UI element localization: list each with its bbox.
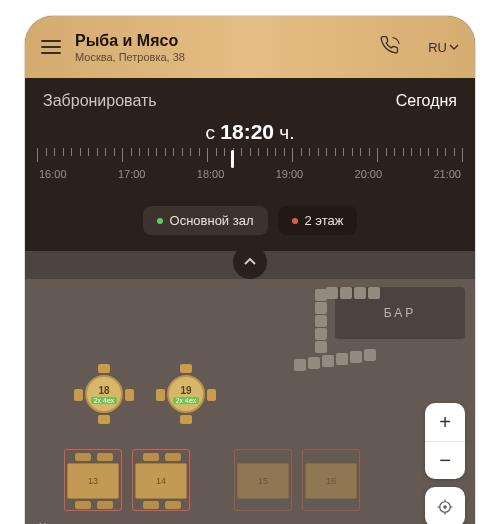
zone-label: Основной зал xyxy=(170,213,254,228)
svg-point-1 xyxy=(444,506,446,508)
recenter-button[interactable] xyxy=(425,487,465,524)
chevron-up-icon xyxy=(242,254,258,270)
day-selector[interactable]: Сегодня xyxy=(396,92,457,110)
chevron-down-icon xyxy=(449,42,459,52)
floor-plan[interactable]: БАР 182x 4ex 192x 4ex 13 14 15 16 Хостес xyxy=(25,279,475,524)
bar-seat xyxy=(368,287,380,299)
table-14[interactable]: 14 xyxy=(135,463,187,499)
zoom-controls: + − xyxy=(425,403,465,524)
language-code: RU xyxy=(428,40,447,55)
zone-tabs: Основной зал 2 этаж xyxy=(43,206,457,235)
booking-title: Забронировать xyxy=(43,92,157,110)
time-marker[interactable] xyxy=(231,150,234,168)
table-16[interactable]: 16 xyxy=(305,463,357,499)
bar-seat xyxy=(308,357,320,369)
status-dot-red xyxy=(292,218,298,224)
zone-label: 2 этаж xyxy=(305,213,344,228)
hour-label: 20:00 xyxy=(355,168,383,180)
app-window: Рыба и Мясо Москва, Петровка, 38 RU Забр… xyxy=(25,16,475,524)
collapse-panel-button[interactable] xyxy=(233,245,267,279)
table-18[interactable]: 182x 4ex xyxy=(81,371,127,417)
bar-seat xyxy=(326,287,338,299)
booking-panel: Забронировать Сегодня с 18:20 ч. 16:0017… xyxy=(25,78,475,251)
menu-icon[interactable] xyxy=(41,40,61,54)
hour-label: 17:00 xyxy=(118,168,146,180)
table-19[interactable]: 192x 4ex xyxy=(163,371,209,417)
bar-seat xyxy=(340,287,352,299)
zone-main[interactable]: Основной зал xyxy=(143,206,268,235)
table-13[interactable]: 13 xyxy=(67,463,119,499)
language-selector[interactable]: RU xyxy=(428,40,459,55)
zoom-in-button[interactable]: + xyxy=(425,403,465,441)
table-15[interactable]: 15 xyxy=(237,463,289,499)
restaurant-name: Рыба и Мясо xyxy=(75,32,366,50)
bar-seat xyxy=(315,289,327,301)
bar-seat xyxy=(294,359,306,371)
bar-seat xyxy=(315,302,327,314)
zoom-out-button[interactable]: − xyxy=(425,441,465,479)
hour-label: 19:00 xyxy=(276,168,304,180)
bar-seat xyxy=(364,349,376,361)
hour-label: 18:00 xyxy=(197,168,225,180)
phone-icon[interactable] xyxy=(380,35,400,59)
bar-seat xyxy=(315,341,327,353)
bar-seat xyxy=(322,355,334,367)
zone-floor2[interactable]: 2 этаж xyxy=(278,206,358,235)
bar-seat xyxy=(354,287,366,299)
bar-seat xyxy=(315,328,327,340)
app-header: Рыба и Мясо Москва, Петровка, 38 RU xyxy=(25,16,475,78)
bar-seat xyxy=(350,351,362,363)
time-ruler[interactable]: 16:0017:0018:0019:0020:0021:00 xyxy=(37,148,463,192)
bar-seat xyxy=(336,353,348,365)
hour-label: 16:00 xyxy=(39,168,67,180)
hour-label: 21:00 xyxy=(433,168,461,180)
restaurant-address: Москва, Петровка, 38 xyxy=(75,51,366,63)
selected-time: с 18:20 ч. xyxy=(43,120,457,144)
crosshair-icon xyxy=(436,498,454,516)
title-block: Рыба и Мясо Москва, Петровка, 38 xyxy=(75,32,366,63)
status-dot-green xyxy=(157,218,163,224)
bar-seat xyxy=(315,315,327,327)
